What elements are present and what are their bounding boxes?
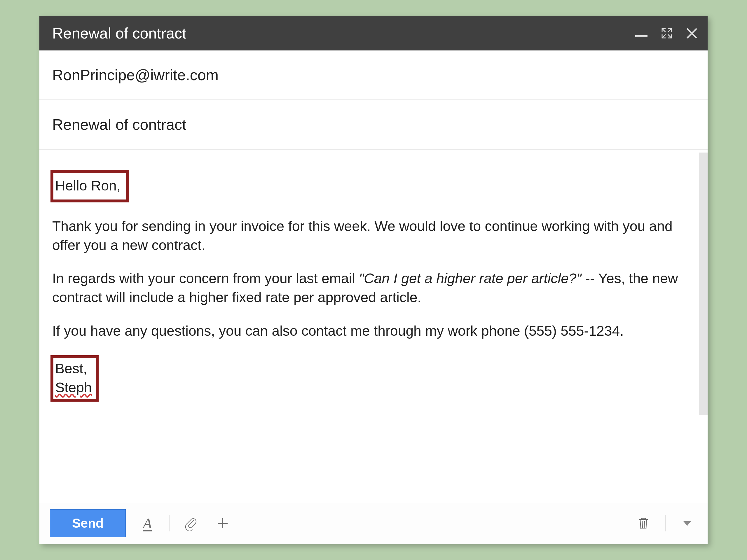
attach-icon[interactable] [181, 513, 201, 533]
compose-window: Renewal of contract RonPrincipe@iwrite.c… [40, 16, 707, 544]
plus-icon[interactable] [213, 513, 233, 533]
message-body[interactable]: Hello Ron, Thank you for sending in your… [40, 150, 707, 502]
window-controls [635, 27, 698, 39]
send-button[interactable]: Send [50, 509, 126, 537]
more-menu-icon[interactable] [677, 513, 697, 533]
to-value: RonPrincipe@iwrite.com [52, 66, 218, 84]
body-para1: Thank you for sending in your invoice fo… [52, 217, 687, 255]
compose-toolbar: Send A [40, 502, 707, 544]
toolbar-separator [665, 515, 666, 531]
body-greeting: Hello Ron, [55, 178, 121, 193]
body-signature: Steph [55, 380, 92, 395]
to-field[interactable]: RonPrincipe@iwrite.com [40, 50, 707, 100]
body-para3: If you have any questions, you can also … [52, 322, 687, 341]
close-icon[interactable] [686, 27, 698, 39]
body-scrollbar[interactable] [699, 153, 707, 415]
expand-icon[interactable] [661, 27, 673, 39]
toolbar-separator [169, 515, 170, 531]
window-titlebar: Renewal of contract [40, 16, 707, 50]
signature-annotation: Best, Steph [50, 355, 99, 402]
minimize-icon[interactable] [635, 35, 647, 37]
quoted-question: "Can I get a higher rate per article?" [359, 271, 582, 286]
body-para2: In regards with your concern from your l… [52, 269, 687, 307]
body-content: Hello Ron, Thank you for sending in your… [52, 170, 687, 499]
trash-icon[interactable] [634, 513, 653, 533]
send-label: Send [72, 516, 104, 531]
body-signoff: Best, [55, 361, 87, 376]
subject-field[interactable]: Renewal of contract [40, 100, 707, 150]
window-title: Renewal of contract [52, 25, 635, 42]
greeting-annotation: Hello Ron, [50, 170, 129, 203]
subject-value: Renewal of contract [52, 116, 186, 133]
format-icon[interactable]: A [137, 513, 157, 533]
